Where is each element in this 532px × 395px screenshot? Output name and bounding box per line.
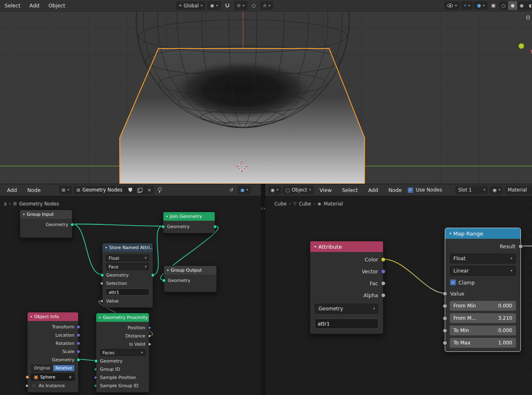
geometry-input-socket[interactable] <box>161 225 165 229</box>
node-header[interactable]: ▾ Geometry Proximity <box>96 313 149 322</box>
geometry-input-socket[interactable] <box>94 359 98 363</box>
gizmos-dropdown[interactable]: ⌖ ▾ <box>461 1 473 10</box>
value-input-socket[interactable] <box>443 291 447 296</box>
pivot-point-dropdown[interactable]: ◉ ▾ <box>207 1 221 10</box>
from-max-field[interactable]: From M... 3.210 <box>450 313 516 323</box>
geometry-input-socket[interactable] <box>100 273 104 277</box>
fac-output-socket[interactable] <box>381 281 386 286</box>
domain-dropdown[interactable]: Face ▾ <box>106 263 149 270</box>
scale-output-socket[interactable] <box>77 350 80 353</box>
menu-select[interactable]: Select <box>337 184 362 196</box>
node-geometry-proximity[interactable]: ▾ Geometry Proximity Position Distance I… <box>96 313 149 393</box>
material-name-field[interactable]: Material <box>505 186 532 194</box>
shading-wireframe-button[interactable]: ○ <box>499 1 508 10</box>
node-join-geometry[interactable]: ▾ Join Geometry Geometry <box>163 212 215 233</box>
editor-type-dropdown[interactable]: ⊞ ▾ <box>59 186 72 194</box>
shading-material-button[interactable]: ◉ <box>517 1 526 10</box>
node-group-input[interactable]: ▾ Group Input Geometry <box>20 210 72 238</box>
interpolation-dropdown[interactable]: Linear ▾ <box>450 266 516 276</box>
shader-node-canvas[interactable]: Cube › ▽ Cube › ◉ Material <box>265 196 532 395</box>
collapse-chevron-icon[interactable]: ▾ <box>105 246 107 249</box>
snap-target-dropdown[interactable]: ⊙ ▾ <box>234 1 247 10</box>
data-type-dropdown[interactable]: Float ▾ <box>450 254 516 263</box>
clear-object-icon[interactable]: × <box>69 375 72 379</box>
geometry-output-socket[interactable] <box>70 223 74 226</box>
result-output-socket[interactable] <box>518 244 523 249</box>
3d-viewport[interactable]: O <box>0 12 532 184</box>
proportional-editing-button[interactable]: ○ <box>249 1 258 10</box>
menu-add[interactable]: Add <box>25 0 44 11</box>
shading-rendered-button[interactable]: ◐ <box>526 1 532 10</box>
geometry-output-socket[interactable] <box>151 273 155 277</box>
shading-solid-button[interactable]: ● <box>508 1 517 10</box>
node-group-output[interactable]: ▾ Group Output Geometry <box>164 266 217 292</box>
overlays-dropdown[interactable]: ● ▾ <box>474 1 488 10</box>
menu-node[interactable]: Node <box>384 184 407 196</box>
node-header[interactable]: ▾ Join Geometry <box>163 212 215 221</box>
menu-object[interactable]: Object <box>44 0 70 11</box>
collapse-chevron-icon[interactable]: ▾ <box>449 232 451 236</box>
geometry-output-socket[interactable] <box>77 358 80 362</box>
menu-select[interactable]: Select <box>0 0 25 11</box>
collapse-chevron-icon[interactable]: ▾ <box>30 315 32 319</box>
shader-type-dropdown[interactable]: ▢ Object ▾ <box>283 186 314 194</box>
material-slot-dropdown[interactable]: Slot 1 ▾ <box>455 186 488 194</box>
location-output-socket[interactable] <box>77 333 80 337</box>
attribute-name-field[interactable]: attr1 <box>106 289 149 296</box>
relative-toggle-button[interactable]: Relative <box>53 365 75 371</box>
collapse-chevron-icon[interactable]: ▾ <box>167 269 169 272</box>
panel-resize-arrows[interactable]: ‹ › <box>261 206 265 211</box>
geometry-node-canvas[interactable]: s › ⊞ Geometry Nodes ▾ Group Input <box>0 196 261 395</box>
target-element-dropdown[interactable]: Faces ▾ <box>100 349 146 356</box>
snap-toggle-button[interactable] <box>223 1 232 10</box>
editor-divider[interactable]: ‹ › <box>261 184 265 395</box>
node-header[interactable]: ▾ Map Range <box>445 228 520 239</box>
collapse-chevron-icon[interactable]: ▾ <box>99 316 101 319</box>
options-label[interactable]: O <box>526 15 530 21</box>
node-header[interactable]: ▾ Group Input <box>20 210 72 219</box>
editor-overlays-dropdown[interactable]: ● ▾ <box>237 186 251 194</box>
fake-user-button[interactable] <box>125 186 135 194</box>
object-visibility-dropdown[interactable]: ▾ <box>444 1 460 10</box>
use-nodes-checkbox[interactable]: ✓ <box>408 187 413 193</box>
from-max-input-socket[interactable] <box>443 316 447 321</box>
geometry-output-socket[interactable] <box>213 225 217 229</box>
to-max-input-socket[interactable] <box>443 341 447 345</box>
to-min-input-socket[interactable] <box>443 328 447 333</box>
node-map-range[interactable]: ▾ Map Range Result Float ▾ Linear ▾ <box>445 228 521 352</box>
object-selector-field[interactable]: ▣ Sphere × <box>31 373 75 381</box>
attribute-name-field[interactable]: attr1 <box>315 319 379 329</box>
clamp-checkbox[interactable]: ✓ <box>450 280 456 285</box>
node-object-info[interactable]: ▾ Object Info Transform Location Rotatio… <box>27 312 79 393</box>
falloff-dropdown[interactable]: ∩ ▾ <box>260 1 273 10</box>
vector-output-socket[interactable] <box>381 269 386 274</box>
menu-node[interactable]: Node <box>23 184 45 196</box>
as-instance-checkbox[interactable] <box>31 383 36 388</box>
node-header[interactable]: ▾ Object Info <box>28 312 78 321</box>
browse-material-dropdown[interactable]: ◉ ▾ <box>490 186 503 194</box>
node-store-named-attribute[interactable]: ▾ Store Named Attri... Float ▾ Face ▾ Ge… <box>102 243 153 308</box>
menu-view[interactable]: View <box>315 184 337 196</box>
alpha-output-socket[interactable] <box>381 293 386 298</box>
unlink-button[interactable]: × <box>144 186 153 194</box>
node-header[interactable]: ▾ Store Named Attri... <box>102 243 153 252</box>
to-max-field[interactable]: To Max 1.000 <box>450 338 516 348</box>
original-toggle-button[interactable]: Original <box>31 365 53 371</box>
from-min-field[interactable]: From Min 0.000 <box>450 301 516 311</box>
menu-add[interactable]: Add <box>364 184 383 196</box>
tree-name-field[interactable]: ⊞ Geometry Nodes <box>73 186 125 194</box>
collapse-chevron-icon[interactable]: ▾ <box>314 245 316 249</box>
new-datablock-button[interactable] <box>135 186 144 194</box>
node-header[interactable]: ▾ Group Output <box>164 266 216 275</box>
auto-refresh-button[interactable]: ↺ <box>227 186 236 194</box>
data-type-dropdown[interactable]: Float ▾ <box>106 254 149 261</box>
collapse-chevron-icon[interactable]: ▾ <box>166 215 168 218</box>
menu-add[interactable]: Add <box>2 184 21 196</box>
xray-toggle-button[interactable]: ▣ <box>489 1 498 10</box>
to-min-field[interactable]: To Min 0.000 <box>450 326 516 335</box>
transform-output-socket[interactable] <box>77 325 80 329</box>
from-min-input-socket[interactable] <box>443 304 447 308</box>
collapse-chevron-icon[interactable]: ▾ <box>23 213 25 216</box>
node-attribute[interactable]: ▾ Attribute Color Vector Fac <box>310 241 383 334</box>
attribute-type-dropdown[interactable]: Geometry ▾ <box>315 304 379 314</box>
